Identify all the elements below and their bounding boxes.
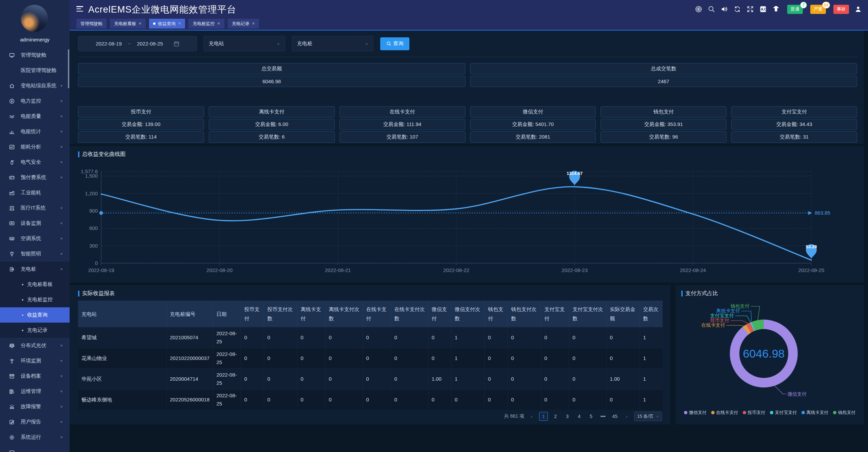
sidebar-item-设备档案[interactable]: 设备档案∨: [0, 368, 70, 384]
sidebar-item-电气安全[interactable]: 电气安全∨: [0, 155, 70, 170]
sidebar-item-医院管理驾驶舱[interactable]: 医院管理驾驶舱: [0, 63, 70, 78]
sidebar-item-环境监测[interactable]: 环境监测∨: [0, 353, 70, 368]
sidebar-item-变电站综自系统[interactable]: 变电站综自系统∨: [0, 78, 70, 93]
chevron-icon: ∨: [60, 420, 63, 423]
svg-text:在线卡支付: 在线卡支付: [701, 322, 725, 328]
payment-name: 投币支付: [78, 106, 204, 117]
sidebar-item-能耗分析[interactable]: 能耗分析∨: [0, 139, 70, 155]
tab-充电记录[interactable]: 充电记录✕: [228, 19, 259, 29]
sidebar-item-用户报告[interactable]: 用户报告∨: [0, 414, 70, 430]
sidebar-item-故障报警[interactable]: 故障报警∨: [0, 399, 70, 414]
translate-icon[interactable]: A: [759, 5, 767, 13]
page-size-select[interactable]: 15 条/页∨: [634, 412, 662, 421]
sidebar-item-管理驾驶舱[interactable]: 管理驾驶舱: [0, 48, 70, 63]
svg-text:300: 300: [89, 243, 98, 249]
theme-icon[interactable]: [772, 5, 780, 13]
date-start[interactable]: 2022-08-19: [96, 41, 122, 47]
sidebar-item-partial[interactable]: [0, 445, 70, 452]
chevron-icon: ∨: [60, 99, 63, 103]
query-stats-panel: 2022-08-19 ~ 2022-08-25 充电站 ∨ 充电桩 ∨ 查询: [70, 31, 864, 144]
search-button[interactable]: 查询: [380, 37, 409, 50]
payments-grid: 投币支付交易金额: 139.00交易笔数: 114离线卡支付交易金额: 6.00…: [78, 106, 857, 143]
tab-充电桩监控[interactable]: 充电桩监控✕: [188, 19, 224, 29]
sidebar-subitem-收益查询[interactable]: •收益查询: [0, 307, 70, 323]
pile-select[interactable]: 充电桩 ∨: [292, 36, 373, 51]
avatar[interactable]: [21, 5, 48, 32]
sidebar-item-预付费系统[interactable]: 预付费系统∨: [0, 170, 70, 185]
sidebar-item-系统运行[interactable]: 系统运行∨: [0, 430, 70, 445]
table-row[interactable]: 畅达峰东侧地202205260000182022-08-250000000000…: [78, 390, 663, 410]
sidebar-item-运维管理[interactable]: 运维管理∨: [0, 384, 70, 399]
sidebar-subitem-充电桩监控[interactable]: •充电桩监控: [0, 292, 70, 307]
close-icon[interactable]: ✕: [217, 21, 220, 26]
alarm-badge-事故[interactable]: 事故: [833, 5, 849, 14]
alarm-badge-严重[interactable]: 严重84: [810, 5, 826, 14]
sidebar-item-分布式光伏[interactable]: 分布式光伏∨: [0, 338, 70, 353]
user-icon[interactable]: [854, 5, 862, 13]
sidebar-item-设备监测[interactable]: 设备监测∨: [0, 216, 70, 231]
sidebar-item-工业能耗[interactable]: 工业能耗: [0, 185, 70, 200]
sidebar-item-充电桩[interactable]: 充电桩∧: [0, 261, 70, 277]
col-钱包支付次数: 钱包支付次数: [507, 301, 541, 327]
date-end[interactable]: 2022-08-25: [137, 41, 163, 47]
tab-管理驾驶舱[interactable]: 管理驾驶舱: [76, 19, 107, 29]
close-icon[interactable]: ✕: [138, 21, 142, 26]
table-row[interactable]: 希望城20210050742022-08-2500000001000001: [78, 327, 663, 348]
pager-page-1[interactable]: 1: [539, 412, 548, 421]
pager-total: 共 661 项: [504, 413, 524, 419]
payment-share-panel: 支付方式占比 6046.98 钱包支付离线卡支付支付宝支付投币支付在线卡支付微信…: [676, 285, 864, 424]
tab-充电桩看板[interactable]: 充电桩看板✕: [110, 19, 146, 29]
station-select[interactable]: 充电站 ∨: [204, 36, 285, 51]
search-icon[interactable]: [708, 5, 715, 13]
pager-next[interactable]: ›: [622, 412, 631, 421]
app-title: AcrelEMS企业微电网能效管理平台: [88, 3, 236, 16]
svg-text:0: 0: [95, 260, 98, 266]
pager-page-5[interactable]: 5: [587, 412, 595, 421]
sidebar-item-空调系统[interactable]: 空调系统∨: [0, 231, 70, 246]
sidebar-item-电能统计[interactable]: 电能统计∨: [0, 124, 70, 139]
sidebar-subitem-充电记录[interactable]: •充电记录: [0, 323, 70, 338]
pile-select-value: 充电桩: [297, 40, 312, 47]
calendar-icon: [174, 41, 179, 47]
col-支付宝支付次数: 支付宝支付次数: [569, 301, 606, 327]
alarm-count: 7: [800, 2, 807, 8]
refresh-icon[interactable]: [734, 5, 741, 13]
col-实际交易金额: 实际交易金额: [606, 301, 640, 327]
sidebar-item-医疗IT系统[interactable]: 医疗IT系统∨: [0, 200, 70, 216]
chevron-icon: ∨: [60, 359, 63, 362]
close-icon[interactable]: ✕: [178, 21, 181, 26]
pager-page-3[interactable]: 3: [563, 412, 572, 421]
sidebar-item-电力监控[interactable]: 电力监控∨: [0, 93, 70, 109]
payment-离线卡支付: 离线卡支付交易金额: 6.00交易笔数: 6: [209, 106, 335, 143]
svg-text:600: 600: [89, 225, 98, 231]
fullscreen-icon[interactable]: [746, 5, 754, 13]
tab-收益查询[interactable]: 收益查询✕: [149, 19, 185, 29]
pager-page-4[interactable]: 4: [575, 412, 584, 421]
svg-text:2022-08-23: 2022-08-23: [561, 267, 588, 273]
chevron-icon: ∨: [60, 206, 63, 210]
volume-icon[interactable]: [721, 5, 728, 13]
sidebar-scrollbar[interactable]: [68, 49, 69, 88]
table-row[interactable]: 花果山物业202102200000372022-08-2500000001000…: [78, 348, 663, 369]
pager-prev[interactable]: ‹: [527, 412, 536, 421]
dashboard-icon[interactable]: [695, 5, 702, 13]
sidebar-subitem-充电桩看板[interactable]: •充电桩看板: [0, 277, 70, 292]
payment-amount: 交易金额: 34.43: [731, 119, 857, 130]
chevron-icon: ∨: [60, 405, 63, 408]
pager-page-•••[interactable]: •••: [598, 412, 607, 421]
menu-toggle-icon[interactable]: [76, 6, 83, 12]
table-row[interactable]: 华苑小区20200047142022-08-250000001.00100001…: [78, 369, 663, 390]
sidebar-item-智能照明[interactable]: 智能照明∨: [0, 246, 70, 261]
pager-page-45[interactable]: 45: [610, 412, 619, 421]
payment-投币支付: 投币支付交易金额: 139.00交易笔数: 114: [78, 106, 204, 143]
prepay-icon: [9, 175, 15, 180]
chevron-down-icon: ∨: [365, 42, 368, 46]
date-range-picker[interactable]: 2022-08-19 ~ 2022-08-25: [78, 36, 197, 51]
payment-count: 交易笔数: 107: [339, 131, 465, 143]
chevron-icon: ∨: [60, 160, 63, 164]
pager-page-2[interactable]: 2: [551, 412, 560, 421]
sidebar-item-电能质量[interactable]: 电能质量∨: [0, 109, 70, 124]
username: adminenergy: [0, 37, 70, 42]
close-icon[interactable]: ✕: [252, 21, 255, 26]
alarm-badge-普通[interactable]: 普通7: [787, 5, 803, 14]
